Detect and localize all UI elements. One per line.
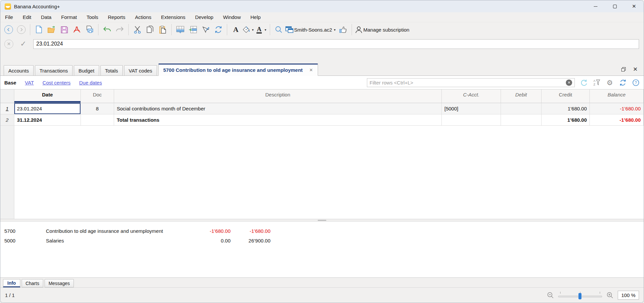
zoom-in-button[interactable]	[606, 292, 613, 299]
col-header-cacct[interactable]: C-Acct.	[442, 89, 501, 103]
refresh-button[interactable]	[619, 78, 627, 86]
row-number[interactable]: 1	[0, 103, 14, 114]
view-vat[interactable]: VAT	[25, 80, 34, 85]
menu-window[interactable]: Window	[223, 14, 241, 20]
restore-pane-button[interactable]	[621, 67, 626, 72]
close-button[interactable]: ✕	[624, 0, 644, 12]
zoom-out-button[interactable]	[547, 292, 554, 299]
row-number[interactable]: 2	[0, 114, 14, 126]
sort-filter-button[interactable]: AZ	[593, 78, 601, 86]
close-pane-button[interactable]: ✕	[633, 66, 638, 73]
cell-balance[interactable]: -1’680.00	[590, 114, 644, 126]
tab-transactions[interactable]: Transactions	[35, 65, 73, 76]
tab-totals[interactable]: Totals	[100, 65, 123, 76]
menu-edit[interactable]: Edit	[23, 14, 31, 20]
col-header-description[interactable]: Description	[114, 89, 442, 103]
filter-rows-input[interactable]	[370, 80, 566, 85]
menu-reports[interactable]: Reports	[108, 14, 125, 20]
tab-vat-codes[interactable]: VAT codes	[124, 65, 157, 76]
cut-button[interactable]	[131, 23, 144, 36]
cell-date[interactable]: 23.01.2024	[14, 103, 81, 114]
col-header-debit[interactable]: Debit	[501, 89, 542, 103]
cell-debit[interactable]	[501, 103, 542, 114]
cell-date[interactable]: 31.12.2024	[14, 114, 81, 126]
confirm-entry-button[interactable]: ✓	[17, 40, 30, 48]
pane-splitter[interactable]	[0, 219, 644, 222]
tab-messages[interactable]: Messages	[45, 279, 74, 287]
manage-subscription-label[interactable]: Manage subscription	[363, 27, 410, 33]
menu-file[interactable]: File	[5, 14, 13, 20]
cell-description[interactable]: Social contributions month of December	[114, 103, 442, 114]
new-file-button[interactable]	[33, 23, 45, 36]
open-file-name[interactable]: Smith-Soons.ac2	[294, 27, 333, 33]
edit-transaction-button[interactable]	[199, 23, 212, 36]
tab-close-icon[interactable]: ✕	[309, 68, 313, 73]
menu-tools[interactable]: Tools	[86, 14, 98, 20]
tab-charts[interactable]: Charts	[22, 279, 43, 287]
minimize-button[interactable]	[586, 0, 605, 12]
maximize-button[interactable]	[605, 0, 624, 12]
clear-filter-icon[interactable]: ✕	[566, 79, 572, 86]
cell-credit[interactable]: 1’680.00	[542, 103, 590, 114]
recalculate-button[interactable]	[212, 23, 225, 36]
zoom-slider[interactable]	[558, 292, 602, 299]
file-window-button[interactable]	[285, 23, 294, 36]
add-row-button[interactable]	[174, 23, 187, 36]
redo-button[interactable]	[113, 23, 126, 36]
view-due-dates[interactable]: Due dates	[79, 80, 102, 85]
background-color-caret-icon[interactable]: ▾	[251, 28, 255, 32]
cell-doc[interactable]	[81, 114, 114, 126]
view-cost-centers[interactable]: Cost centers	[43, 80, 71, 85]
background-color-button[interactable]	[242, 23, 251, 36]
cell-credit[interactable]: 1’680.00	[542, 114, 590, 126]
reset-filter-button[interactable]	[580, 78, 588, 86]
col-header-doc[interactable]: Doc	[81, 89, 114, 103]
menu-format[interactable]: Format	[61, 14, 77, 20]
font-color-caret-icon[interactable]: ▾	[263, 28, 267, 32]
cell-edit-input[interactable]	[33, 39, 639, 49]
menu-develop[interactable]: Develop	[195, 14, 213, 20]
paste-button[interactable]	[156, 23, 169, 36]
minimize-icon	[594, 6, 597, 7]
info-panel: 5700 Contribution to old age insurance a…	[0, 222, 644, 277]
col-header-date[interactable]: Date	[14, 89, 81, 103]
cell-balance[interactable]: -1’680.00	[590, 103, 644, 114]
open-file-button[interactable]	[45, 23, 58, 36]
undo-button[interactable]	[101, 23, 113, 36]
settings-button[interactable]: ⚙	[606, 78, 614, 86]
tab-accounts[interactable]: Accounts	[4, 65, 34, 76]
print-button[interactable]	[83, 23, 96, 36]
cell-debit[interactable]	[501, 114, 542, 126]
tab-account-card-active[interactable]: 5700 Contribution to old age insurance a…	[158, 64, 318, 76]
cell-cacct[interactable]	[442, 114, 501, 126]
menu-actions[interactable]: Actions	[135, 14, 151, 20]
back-button[interactable]	[2, 23, 15, 36]
cancel-entry-button[interactable]: ✕	[4, 40, 13, 49]
menu-data[interactable]: Data	[41, 14, 52, 20]
help-button[interactable]: ?	[632, 78, 640, 86]
font-button[interactable]: A	[230, 23, 242, 36]
forward-button[interactable]	[15, 23, 28, 36]
toolbar-separator	[227, 24, 227, 35]
menu-extensions[interactable]: Extensions	[161, 14, 185, 20]
view-base[interactable]: Base	[4, 80, 16, 85]
col-header-credit[interactable]: Credit	[542, 89, 590, 103]
save-button[interactable]	[58, 23, 71, 36]
pdf-export-button[interactable]	[71, 23, 83, 36]
cell-description[interactable]: Total transactions	[114, 114, 442, 126]
thumbs-up-button[interactable]	[337, 23, 349, 36]
tab-budget[interactable]: Budget	[74, 65, 99, 76]
menu-help[interactable]: Help	[250, 14, 261, 20]
insert-row-button[interactable]	[187, 23, 199, 36]
cell-cacct[interactable]: [5000]	[442, 103, 501, 114]
zoom-percentage[interactable]: 100 %	[618, 291, 639, 300]
font-color-button[interactable]: A	[255, 23, 263, 36]
cell-doc[interactable]: 8	[81, 103, 114, 114]
account-button[interactable]	[354, 23, 363, 36]
zoom-slider-handle[interactable]	[578, 293, 581, 299]
col-header-balance[interactable]: Balance	[590, 89, 644, 103]
search-button[interactable]	[272, 23, 285, 36]
tab-info[interactable]: Info	[3, 279, 20, 287]
file-name-caret-icon[interactable]: ▾	[333, 28, 337, 32]
copy-button[interactable]	[144, 23, 156, 36]
